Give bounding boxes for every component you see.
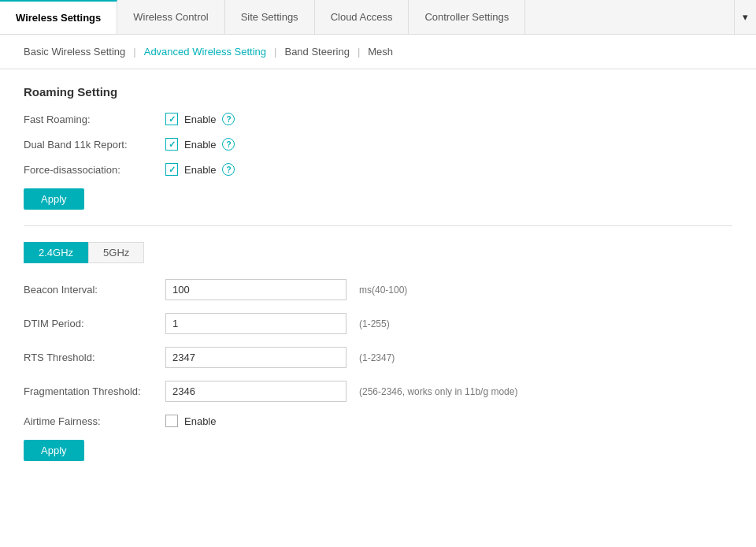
force-disassoc-control: Enable ? [165, 163, 235, 176]
dual-band-label: Dual Band 11k Report: [24, 139, 165, 151]
airtime-fairness-row: Airtime Fairness: Enable [24, 415, 732, 427]
dtim-period-row: DTIM Period: (1-255) [24, 313, 732, 334]
beacon-interval-input[interactable] [165, 279, 346, 300]
section-divider [24, 225, 732, 226]
airtime-fairness-label: Airtime Fairness: [24, 415, 165, 427]
dtim-period-hint: (1-255) [359, 318, 390, 329]
fast-roaming-control: Enable ? [165, 113, 235, 125]
rts-threshold-input[interactable] [165, 347, 346, 368]
frag-threshold-input[interactable] [165, 381, 346, 402]
roaming-apply-button[interactable]: Apply [24, 188, 84, 210]
frag-threshold-control: (256-2346, works only in 11b/g mode) [165, 381, 517, 402]
nav-site-settings[interactable]: Site Settings [225, 0, 315, 34]
airtime-fairness-checkbox[interactable] [165, 415, 178, 427]
beacon-interval-row: Beacon Interval: ms(40-100) [24, 279, 732, 300]
force-disassoc-row: Force-disassociation: Enable ? [24, 163, 732, 176]
subnav-band-steering[interactable]: Band Steering [276, 43, 357, 61]
force-disassoc-help-icon[interactable]: ? [222, 163, 235, 176]
rts-threshold-label: RTS Threshold: [24, 352, 165, 363]
frag-threshold-row: Fragmentation Threshold: (256-2346, work… [24, 381, 732, 402]
advanced-section: 2.4GHz 5GHz Beacon Interval: ms(40-100) … [24, 242, 732, 461]
fast-roaming-label: Fast Roaming: [24, 113, 165, 125]
rts-threshold-row: RTS Threshold: (1-2347) [24, 347, 732, 368]
beacon-interval-label: Beacon Interval: [24, 284, 165, 296]
dual-band-help-icon[interactable]: ? [222, 138, 235, 151]
subnav-basic[interactable]: Basic Wireless Setting [16, 43, 133, 61]
airtime-fairness-enable-label: Enable [184, 415, 216, 427]
tab-5ghz[interactable]: 5GHz [88, 242, 144, 263]
freq-tabs: 2.4GHz 5GHz [24, 242, 732, 263]
fast-roaming-checkbox[interactable] [165, 113, 178, 125]
subnav-mesh[interactable]: Mesh [360, 43, 401, 61]
top-nav: Wireless Settings Wireless Control Site … [0, 0, 756, 35]
nav-more-dropdown[interactable]: ▾ [734, 0, 756, 34]
force-disassoc-label: Force-disassociation: [24, 164, 165, 176]
force-disassoc-checkbox[interactable] [165, 163, 178, 176]
beacon-interval-control: ms(40-100) [165, 279, 407, 300]
tab-2-4ghz[interactable]: 2.4GHz [24, 242, 88, 263]
nav-wireless-control[interactable]: Wireless Control [117, 0, 224, 34]
beacon-interval-hint: ms(40-100) [359, 285, 407, 296]
rts-threshold-hint: (1-2347) [359, 352, 395, 363]
sub-nav: Basic Wireless Setting | Advanced Wirele… [0, 35, 756, 69]
main-content: Roaming Setting Fast Roaming: Enable ? D… [0, 69, 756, 477]
dual-band-row: Dual Band 11k Report: Enable ? [24, 138, 732, 151]
roaming-section: Roaming Setting Fast Roaming: Enable ? D… [24, 85, 732, 210]
chevron-down-icon: ▾ [743, 11, 748, 23]
rts-threshold-control: (1-2347) [165, 347, 395, 368]
frag-threshold-hint: (256-2346, works only in 11b/g mode) [359, 386, 517, 397]
nav-wireless-settings[interactable]: Wireless Settings [0, 0, 117, 34]
fast-roaming-enable-label: Enable [184, 113, 216, 125]
nav-controller-settings[interactable]: Controller Settings [409, 0, 525, 34]
fast-roaming-row: Fast Roaming: Enable ? [24, 113, 732, 125]
dtim-period-input[interactable] [165, 313, 346, 334]
airtime-fairness-control: Enable [165, 415, 216, 427]
dual-band-control: Enable ? [165, 138, 235, 151]
nav-cloud-access[interactable]: Cloud Access [315, 0, 410, 34]
force-disassoc-enable-label: Enable [184, 164, 216, 176]
dual-band-enable-label: Enable [184, 139, 216, 151]
dual-band-checkbox[interactable] [165, 138, 178, 151]
subnav-advanced[interactable]: Advanced Wireless Setting [136, 43, 274, 61]
fast-roaming-help-icon[interactable]: ? [222, 113, 235, 125]
dtim-period-control: (1-255) [165, 313, 390, 334]
frag-threshold-label: Fragmentation Threshold: [24, 385, 165, 397]
roaming-title: Roaming Setting [24, 85, 732, 99]
advanced-apply-button[interactable]: Apply [24, 440, 84, 461]
dtim-period-label: DTIM Period: [24, 318, 165, 329]
